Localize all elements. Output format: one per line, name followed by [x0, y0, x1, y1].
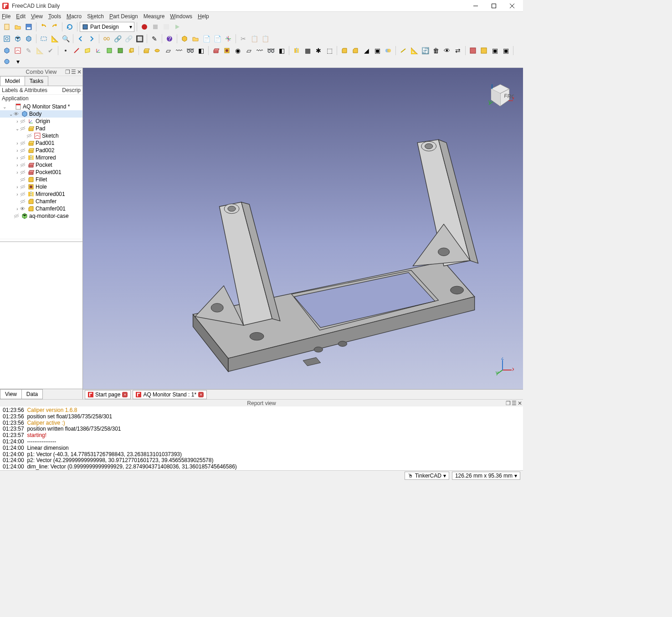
linkimp-icon[interactable]: 🔗	[123, 34, 133, 44]
mirror-icon[interactable]	[292, 46, 302, 56]
meas-lin-icon[interactable]	[398, 46, 408, 56]
report-view[interactable]: 01:23:56 Caliper version 1.6.801:23:56 p…	[0, 406, 523, 470]
tree-toggle-icon[interactable]: ›	[15, 163, 20, 168]
exp-tool3-icon[interactable]: ▣	[490, 46, 500, 56]
menu-view[interactable]: View	[31, 13, 43, 20]
tree-row[interactable]: ›Origin	[0, 118, 82, 125]
visibility-icon[interactable]	[26, 133, 33, 139]
sketch-map-icon[interactable]: 📐	[35, 46, 45, 56]
panel-close-icon[interactable]: ✕	[518, 400, 522, 406]
datum-line-icon[interactable]	[72, 46, 82, 56]
visibility-icon[interactable]	[20, 191, 26, 197]
view-tab-doc[interactable]: AQ Monitor Stand : 1* ×	[133, 390, 207, 399]
model-tree[interactable]: ⌄AQ Monitor Stand *⌄👁Body›Origin⌄PadSket…	[0, 102, 82, 239]
tree-toggle-icon[interactable]: ›	[15, 170, 20, 175]
visibility-icon[interactable]	[20, 155, 26, 160]
part-icon[interactable]	[180, 34, 190, 44]
tree-row[interactable]: ›Mirrored001	[0, 190, 82, 198]
panel-float-icon[interactable]: ❐	[65, 69, 70, 75]
visibility-icon[interactable]	[20, 177, 26, 182]
linkgroup-icon[interactable]: 📄	[212, 34, 222, 44]
datum-point-icon[interactable]	[61, 46, 71, 56]
hole-icon[interactable]	[222, 46, 232, 56]
save-icon[interactable]	[24, 22, 34, 32]
tab-tasks[interactable]: Tasks	[25, 76, 49, 86]
tree-row[interactable]: ⌄👁Body	[0, 110, 82, 118]
sweep-sub-icon[interactable]: 〰	[255, 46, 265, 56]
clone-icon[interactable]	[126, 46, 136, 56]
sketch-edit-icon[interactable]: ✎	[24, 46, 34, 56]
tree-toggle-icon[interactable]: ›	[15, 148, 20, 153]
sweep-add-icon[interactable]: 〰	[174, 46, 184, 56]
menu-macro[interactable]: Macro	[67, 13, 82, 20]
open-icon[interactable]	[13, 22, 23, 32]
menu-file[interactable]: File	[2, 13, 10, 20]
body-new-icon[interactable]	[2, 46, 12, 56]
undo-icon[interactable]	[39, 22, 49, 32]
datum-icon[interactable]	[223, 34, 233, 44]
refresh-icon[interactable]	[65, 22, 75, 32]
exp-comp-icon[interactable]	[479, 46, 489, 56]
menu-windows[interactable]: Windows	[170, 13, 192, 20]
tree-row[interactable]: ›Pocket	[0, 161, 82, 169]
tree-row[interactable]: Sketch	[0, 132, 82, 139]
tree-toggle-icon[interactable]: ›	[15, 141, 20, 146]
pad-icon[interactable]	[141, 46, 151, 56]
pencil-icon[interactable]: ✎	[149, 34, 159, 44]
prim-sub-icon[interactable]: ◧	[277, 46, 287, 56]
meas-ref-icon[interactable]: 🔄	[420, 46, 430, 56]
cut-icon[interactable]: ✂	[238, 34, 248, 44]
sketch-new-icon[interactable]	[13, 46, 23, 56]
dropdown-icon[interactable]: ▾	[13, 57, 23, 67]
dimension-readout[interactable]: 126.26 mm x 95.36 mm▾	[452, 472, 520, 480]
nav-style[interactable]: 🖱TinkerCAD▾	[405, 472, 449, 480]
tree-row[interactable]: Chamfer	[0, 198, 82, 205]
panel-close-icon[interactable]: ✕	[77, 69, 82, 75]
tree-row[interactable]: ›Pocket001	[0, 169, 82, 176]
close-icon[interactable]: ×	[122, 392, 128, 397]
draft-icon[interactable]: ◢	[361, 46, 371, 56]
linkmake-icon[interactable]: 📄	[201, 34, 211, 44]
visibility-icon[interactable]	[20, 140, 26, 146]
linpat-icon[interactable]: ▦	[303, 46, 313, 56]
thickness-icon[interactable]: ▣	[372, 46, 382, 56]
menu-help[interactable]: Help	[198, 13, 209, 20]
datum-cs-icon[interactable]	[93, 46, 103, 56]
macro-edit-icon[interactable]	[161, 22, 171, 32]
help-icon[interactable]: ?	[164, 34, 174, 44]
chamfer-icon[interactable]	[350, 46, 360, 56]
polpat-icon[interactable]: ✱	[313, 46, 323, 56]
menu-edit[interactable]: Edit	[16, 13, 26, 20]
helix-sub-icon[interactable]: ➿	[266, 46, 276, 56]
tab-model[interactable]: Model	[0, 76, 25, 86]
close-icon[interactable]: ×	[198, 392, 204, 397]
measure-icon[interactable]: 📐	[50, 34, 60, 44]
paste-icon[interactable]: 📋	[260, 34, 270, 44]
drawstyle-icon[interactable]	[24, 34, 34, 44]
tree-row[interactable]: Fillet	[0, 176, 82, 183]
menu-tools[interactable]: Tools	[48, 13, 61, 20]
meas-tog-icon[interactable]: ⇄	[453, 46, 463, 56]
tree-row[interactable]: ⌄Pad	[0, 125, 82, 132]
exp-split-icon[interactable]	[468, 46, 478, 56]
subshapebinder-icon[interactable]	[115, 46, 125, 56]
cube-icon[interactable]: 🔲	[134, 34, 144, 44]
tree-toggle-icon[interactable]: ⌄	[15, 126, 20, 131]
visibility-icon[interactable]	[20, 184, 26, 190]
prim-add-icon[interactable]: ◧	[196, 46, 206, 56]
close-button[interactable]	[503, 0, 521, 12]
tree-toggle-icon[interactable]: ›	[15, 192, 20, 197]
tree-row[interactable]: ⌄AQ Monitor Stand *	[0, 103, 82, 110]
boolean-icon[interactable]	[383, 46, 393, 56]
meas-ang-icon[interactable]: 📐	[409, 46, 419, 56]
tree-toggle-icon[interactable]: ›	[15, 185, 20, 190]
view-tab-start[interactable]: Start page ×	[85, 390, 131, 399]
copy-icon[interactable]: 📋	[249, 34, 259, 44]
visibility-icon[interactable]: 👁	[14, 111, 20, 117]
tree-row[interactable]: ›Mirrored	[0, 154, 82, 161]
loft-sub-icon[interactable]: ▱	[244, 46, 254, 56]
macro-record-icon[interactable]	[139, 22, 149, 32]
panel-float-icon[interactable]: ❐	[506, 400, 511, 406]
sphere-icon[interactable]	[2, 57, 12, 67]
helix-add-icon[interactable]: ➿	[185, 46, 195, 56]
